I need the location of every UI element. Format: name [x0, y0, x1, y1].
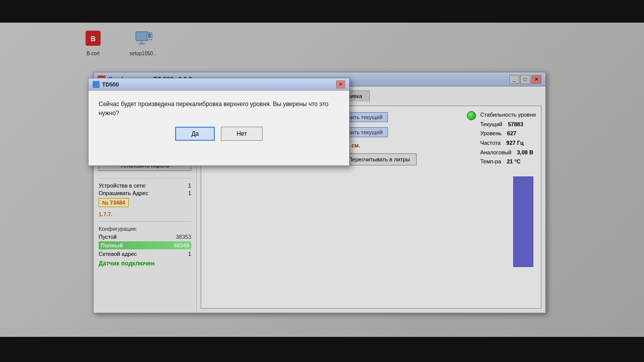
dialog-content: Сейчас будет произведена перекалибровка … [89, 90, 349, 147]
dialog-close-button[interactable]: ✕ [336, 80, 345, 88]
black-bar-bottom [0, 337, 644, 362]
dialog-icon [93, 81, 100, 88]
dialog-title-bar: TD500 ✕ [89, 78, 349, 90]
desktop: B B·cort setup1050... [0, 0, 644, 362]
modal-overlay [0, 0, 644, 362]
dialog-yes-button[interactable]: Да [175, 127, 215, 141]
dialog-message: Сейчас будет произведена перекалибровка … [99, 100, 339, 118]
black-bar-top [0, 0, 644, 23]
dialog-title: TD500 [102, 81, 336, 87]
dialog-buttons: Да Нет [99, 127, 339, 141]
dialog-td500: TD500 ✕ Сейчас будет произведена перекал… [88, 78, 350, 166]
dialog-no-button[interactable]: Нет [221, 127, 262, 141]
